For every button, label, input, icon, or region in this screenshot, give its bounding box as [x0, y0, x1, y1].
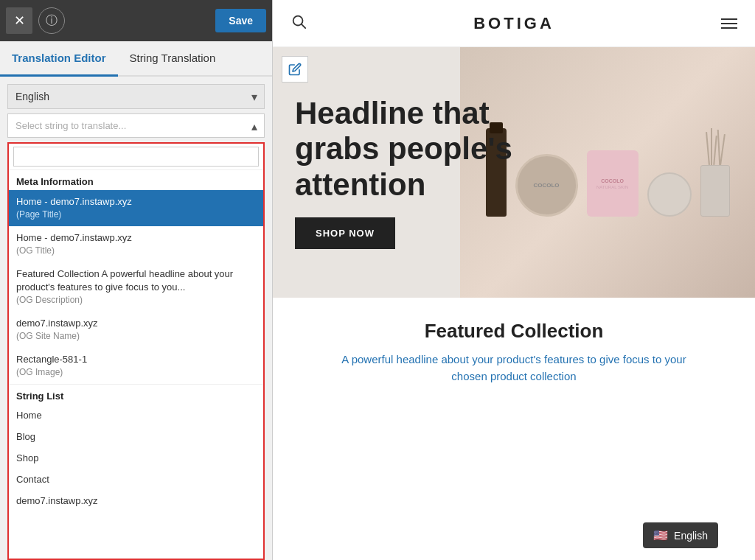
hero-content: Headline that grabs people's attention S… [273, 74, 755, 271]
meta-item-og-description[interactable]: Featured Collection A powerful headline … [9, 262, 263, 312]
string-list-item-shop[interactable]: Shop [9, 447, 263, 469]
flag-icon: 🇺🇸 [653, 528, 668, 542]
svg-line-1 [302, 24, 305, 28]
store-search-icon[interactable] [290, 13, 307, 33]
save-button[interactable]: Save [215, 9, 266, 32]
featured-description: A powerful headline about your product's… [330, 351, 698, 385]
featured-desc-text: A powerful headline about your product's… [341, 353, 686, 365]
hero-section: Headline that grabs people's attention S… [273, 47, 755, 298]
menu-line-1 [721, 18, 737, 20]
meta-information-group-label: Meta Information [9, 170, 263, 190]
language-badge-label: English [674, 530, 708, 542]
dropdown-search-input[interactable] [13, 147, 259, 167]
string-list-item-contact[interactable]: Contact [9, 469, 263, 490]
meta-item-og-site-name-sub: (OG Site Name) [16, 330, 256, 343]
menu-line-2 [721, 23, 737, 24]
meta-item-og-image-sub: (OG Image) [16, 366, 256, 379]
top-bar: ✕ ⓘ Save [0, 0, 272, 41]
featured-title: Featured Collection [290, 320, 737, 343]
string-list-item-home[interactable]: Home [9, 405, 263, 426]
meta-item-page-title[interactable]: Home - demo7.instawp.xyz (Page Title) [9, 190, 263, 226]
string-select-container: Select string to translate... [7, 113, 265, 138]
featured-desc-link: chosen product collection [451, 370, 576, 382]
string-list-label: String List [9, 384, 263, 405]
menu-line-3 [721, 27, 737, 29]
featured-section: Featured Collection A powerful headline … [273, 298, 755, 396]
meta-item-og-site-name[interactable]: demo7.instawp.xyz (OG Site Name) [9, 312, 263, 348]
string-select-wrap: Select string to translate... [0, 113, 272, 142]
tab-translation-editor[interactable]: Translation Editor [0, 41, 118, 77]
search-input-wrap [9, 144, 263, 170]
meta-item-og-title[interactable]: Home - demo7.instawp.xyz (OG Title) [9, 226, 263, 262]
store-header: BOTIGA [273, 0, 755, 47]
tab-string-translation[interactable]: String Translation [118, 41, 228, 77]
store-logo: BOTIGA [473, 14, 554, 33]
hero-edit-icon[interactable] [282, 56, 308, 83]
meta-item-og-title-text: Home - demo7.instawp.xyz [16, 232, 132, 243]
meta-item-og-image[interactable]: Rectangle-581-1 (OG Image) [9, 348, 263, 384]
shop-now-button[interactable]: SHOP NOW [295, 217, 395, 249]
info-button[interactable]: ⓘ [38, 7, 65, 34]
right-panel: BOTIGA Headline that grabs people's atte… [273, 0, 755, 560]
string-list-item-domain[interactable]: demo7.instawp.xyz [9, 490, 263, 511]
close-button[interactable]: ✕ [6, 7, 32, 34]
meta-item-og-image-text: Rectangle-581-1 [16, 354, 87, 365]
tab-bar: Translation Editor String Translation [0, 41, 272, 77]
language-badge[interactable]: 🇺🇸 English [643, 522, 718, 548]
dropdown-panel: Meta Information Home - demo7.instawp.xy… [7, 142, 265, 560]
meta-item-og-site-name-text: demo7.instawp.xyz [16, 318, 98, 329]
meta-item-og-description-text: Featured Collection A powerful headline … [16, 268, 233, 293]
language-selector-wrap: English Spanish French German [0, 77, 272, 113]
language-select[interactable]: English Spanish French German [7, 84, 265, 109]
left-panel: ✕ ⓘ Save Translation Editor String Trans… [0, 0, 273, 560]
string-select[interactable]: Select string to translate... [7, 113, 265, 138]
meta-item-og-description-sub: (OG Description) [16, 294, 256, 307]
meta-item-og-title-sub: (OG Title) [16, 245, 256, 257]
string-list-item-blog[interactable]: Blog [9, 426, 263, 447]
meta-item-page-title-text: Home - demo7.instawp.xyz [16, 196, 132, 207]
hero-title: Headline that grabs people's attention [295, 96, 575, 203]
language-select-container: English Spanish French German [7, 84, 265, 109]
meta-item-page-title-sub: (Page Title) [16, 209, 256, 221]
store-menu-icon[interactable] [721, 18, 737, 29]
